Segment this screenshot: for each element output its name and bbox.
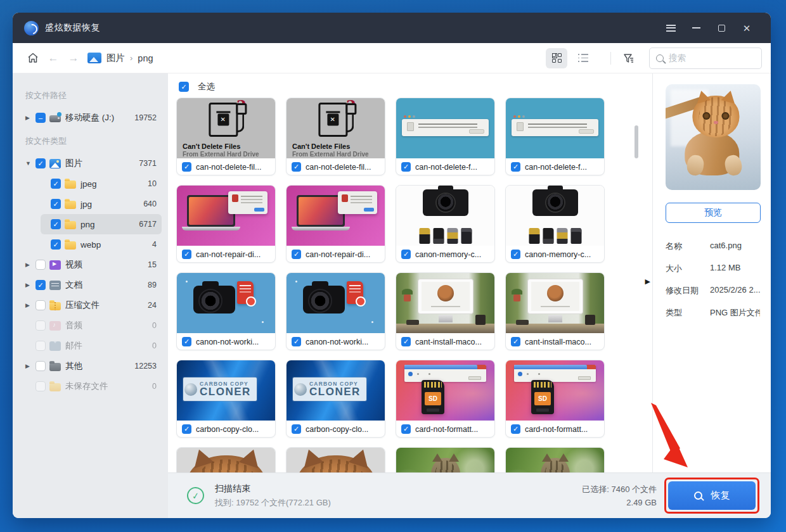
file-checkbox[interactable]: ✓ (292, 424, 301, 434)
expander-icon[interactable]: ▶ (25, 115, 35, 121)
checkbox[interactable]: ✓ (51, 179, 61, 189)
sidebar-item-label: jpg (81, 200, 138, 209)
file-checkbox[interactable]: ✓ (511, 337, 520, 346)
file-card-label-row: ✓can-not-delete-fil... (287, 158, 385, 175)
file-thumbnail (287, 273, 385, 333)
sidebar-item-图片[interactable]: ▼✓图片7371 (25, 153, 162, 174)
file-card[interactable]: ✓ (286, 447, 385, 472)
preview-panel: 预览 名称cat6.png大小1.12 MB修改日期2025/2/26 2...… (652, 73, 771, 472)
breadcrumb-folder[interactable]: 图片 (106, 52, 125, 64)
sidebar-item-邮件[interactable]: 邮件0 (25, 336, 162, 356)
checkbox[interactable]: – (35, 113, 46, 123)
file-card[interactable]: ✓canon-not-worki... (286, 272, 385, 350)
file-checkbox[interactable]: ✓ (401, 250, 411, 259)
file-card[interactable]: ?Can't Delete FilesFrom External Hard Dr… (176, 98, 276, 175)
file-checkbox[interactable]: ✓ (401, 424, 411, 434)
recover-button[interactable]: 恢复 (668, 481, 756, 510)
sidebar-item-png[interactable]: ✓png6717 (41, 214, 162, 234)
file-card-label-row: ✓card-not-formatt... (506, 421, 604, 438)
file-card[interactable]: ✓ (505, 447, 605, 472)
sidebar-item-未保存文件[interactable]: 未保存文件0 (25, 376, 162, 396)
file-card[interactable]: ✓cant-install-maco... (505, 272, 605, 350)
file-checkbox[interactable]: ✓ (182, 250, 191, 259)
checkbox[interactable] (35, 381, 46, 391)
expander-icon[interactable]: ▼ (25, 160, 35, 167)
file-card[interactable]: ✓ (396, 447, 495, 472)
scan-status-title: 扫描结束 (215, 483, 331, 495)
file-checkbox[interactable]: ✓ (292, 162, 301, 172)
file-checkbox[interactable]: ✓ (511, 250, 520, 259)
checkbox[interactable]: ✓ (51, 219, 61, 229)
sidebar-item-jpeg[interactable]: ✓jpeg10 (41, 174, 162, 194)
search-input[interactable] (669, 53, 738, 63)
minimize-button[interactable] (683, 18, 709, 37)
maximize-button[interactable] (709, 18, 734, 37)
file-checkbox[interactable]: ✓ (511, 162, 520, 172)
file-checkbox[interactable]: ✓ (182, 424, 191, 434)
file-card[interactable]: ✓canon-memory-c... (396, 185, 495, 263)
home-button[interactable] (23, 48, 43, 68)
sidebar-item-其他[interactable]: ▶其他12253 (25, 356, 162, 376)
expander-icon[interactable]: ▶ (25, 363, 35, 369)
sidebar-item-label: 图片 (65, 158, 134, 169)
checkbox[interactable]: ✓ (35, 158, 46, 168)
preview-button[interactable]: 预览 (666, 203, 761, 223)
checkbox[interactable] (35, 260, 46, 270)
file-checkbox[interactable]: ✓ (401, 162, 411, 172)
select-all-checkbox[interactable]: ✓ (179, 82, 189, 92)
breadcrumb-current[interactable]: png (138, 53, 153, 63)
file-name: canon-not-worki... (196, 338, 259, 346)
file-card[interactable]: CARBON COPYCLONER✓carbon-copy-clo... (286, 360, 385, 438)
file-checkbox[interactable]: ✓ (401, 337, 411, 346)
file-checkbox[interactable]: ✓ (182, 162, 191, 172)
checkbox[interactable]: ✓ (51, 239, 61, 250)
file-card[interactable]: ✓can-not-delete-f... (505, 98, 605, 175)
file-checkbox[interactable]: ✓ (292, 250, 301, 259)
file-card[interactable]: ✓cant-install-maco... (396, 272, 495, 350)
file-card[interactable]: ✓canon-memory-c... (505, 185, 605, 263)
sidebar-item-视频[interactable]: ▶视频15 (25, 255, 162, 275)
checkbox[interactable] (35, 341, 46, 351)
sidebar-path-list: ▶–移动硬盘 (J:)19752 (25, 108, 162, 128)
file-checkbox[interactable]: ✓ (511, 424, 520, 434)
checkbox[interactable]: ✓ (35, 280, 46, 290)
file-card[interactable]: ✓canon-not-worki... (176, 272, 276, 350)
sidebar-item-jpg[interactable]: ✓jpg640 (41, 194, 162, 214)
app-window: 盛炫数据恢复 ✕ 图片 › png 按文件路径 (13, 13, 771, 518)
checkbox[interactable] (35, 320, 46, 331)
sidebar-item-移动硬盘 (J:)[interactable]: ▶–移动硬盘 (J:)19752 (25, 108, 162, 128)
file-card[interactable]: SD✓card-not-formatt... (396, 360, 495, 438)
expander-icon[interactable]: ▶ (25, 262, 35, 268)
close-button[interactable]: ✕ (734, 18, 759, 37)
file-card[interactable]: ✓ (176, 447, 276, 472)
filter-button[interactable] (619, 48, 639, 68)
file-card[interactable]: ✓can-not-repair-di... (176, 185, 276, 263)
checkbox[interactable]: ✓ (51, 199, 61, 209)
checkbox[interactable] (35, 300, 46, 310)
file-name: can-not-delete-fil... (306, 163, 371, 172)
sidebar-item-文档[interactable]: ▶✓文档89 (25, 275, 162, 295)
list-view-button[interactable] (572, 48, 594, 68)
grid-view-button[interactable] (546, 48, 567, 68)
panel-collapse-handle[interactable]: ▶ (645, 277, 650, 286)
forward-button[interactable] (63, 48, 84, 68)
expander-icon[interactable]: ▶ (25, 282, 35, 288)
file-thumbnail (506, 186, 604, 246)
file-checkbox[interactable]: ✓ (292, 337, 301, 346)
sidebar-item-音频[interactable]: 音频0 (25, 315, 162, 336)
menu-button[interactable] (658, 18, 683, 37)
sidebar-item-压缩文件[interactable]: ▶压缩文件24 (25, 295, 162, 315)
file-card[interactable]: SD✓card-not-formatt... (505, 360, 605, 438)
expander-icon[interactable]: ▶ (25, 302, 35, 308)
file-card[interactable]: CARBON COPYCLONER✓carbon-copy-clo... (176, 360, 276, 438)
file-card[interactable]: ✓can-not-delete-f... (396, 98, 495, 175)
file-checkbox[interactable]: ✓ (182, 337, 191, 346)
sidebar-item-webp[interactable]: ✓webp4 (41, 234, 162, 255)
right-column: ✓ 全选 ?Can't Delete FilesFrom External Ha… (168, 73, 771, 518)
thumb-caption: SD (425, 392, 441, 405)
vertical-scrollbar[interactable] (635, 125, 638, 158)
back-button[interactable] (43, 48, 63, 68)
file-card[interactable]: ✓can-not-repair-di... (286, 185, 385, 263)
checkbox[interactable] (35, 361, 46, 371)
file-card[interactable]: ?Can't Delete FilesFrom External Hard Dr… (286, 98, 385, 175)
